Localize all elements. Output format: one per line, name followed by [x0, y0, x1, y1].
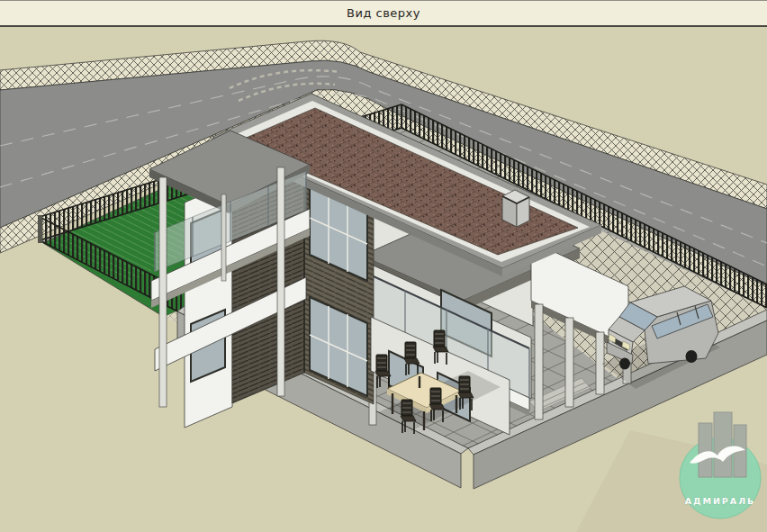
3d-render-canvas[interactable]: АДМИРАЛЬ	[0, 27, 767, 532]
porch-column-2	[277, 167, 284, 396]
3d-viewport[interactable]: АДМИРАЛЬ	[0, 27, 767, 532]
car-wheel-front	[619, 358, 630, 370]
logo-text: АДМИРАЛЬ	[685, 496, 756, 506]
scene-window: Вид сверху	[0, 0, 767, 532]
porch-column-1	[159, 177, 167, 407]
fence-corner-post	[38, 215, 42, 243]
scene-tab-title: Вид сверху	[347, 6, 420, 20]
porch-column-3	[221, 194, 226, 281]
scene-tab-bar[interactable]: Вид сверху	[0, 0, 767, 27]
chimney	[502, 190, 529, 227]
car-wheel-rear	[686, 350, 698, 363]
